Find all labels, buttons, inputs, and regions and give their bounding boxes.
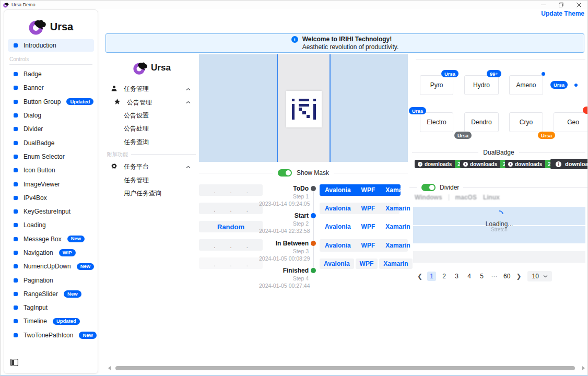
sidebar-item-enum-selector[interactable]: Enum Selector	[4, 150, 98, 163]
sidebar-item-loading[interactable]: Loading	[4, 218, 98, 232]
badge-card-hydro: Hydro	[464, 75, 499, 95]
sidebar-item-dialog[interactable]: Dialog	[4, 109, 98, 122]
page-2[interactable]: 2	[440, 272, 449, 281]
sidebar-list: Badge Banner Button GroupUpdated Dialog …	[4, 67, 98, 342]
ipv4-input[interactable]: ...	[199, 184, 263, 196]
horizontal-scrollbar[interactable]	[105, 366, 587, 371]
wpf-button[interactable]: WPF	[356, 205, 381, 212]
wpf-button[interactable]: WPF	[356, 223, 381, 230]
menu-logo: Ursa	[105, 57, 199, 78]
menu-item-announcement-processing[interactable]: 公告处理	[105, 122, 199, 135]
chevron-up-icon	[186, 166, 191, 169]
sidebar-item-timeline[interactable]: TimelineUpdated	[4, 314, 98, 328]
sidebar-item-introduction[interactable]: Introduction	[8, 39, 94, 52]
avalonia-button[interactable]: Avalonia	[320, 205, 356, 212]
page-4[interactable]: 4	[465, 272, 474, 281]
sidebar-item-keygestureinput[interactable]: KeyGestureInput	[4, 205, 98, 218]
bullet-icon	[14, 306, 18, 310]
timeline-entry: ToDo Step 1 2023-01-14 09:24:05	[259, 184, 309, 207]
next-page-icon[interactable]: ❯	[515, 273, 522, 280]
info-icon: i	[291, 36, 298, 43]
prev-page-icon[interactable]: ❮	[416, 273, 424, 280]
title-bar: Ursa.Demo	[1, 1, 587, 9]
bullet-icon	[14, 86, 18, 90]
avalonia-button[interactable]: Avalonia	[320, 223, 356, 230]
sidebar-item-divider[interactable]: Divider	[4, 122, 98, 136]
minimize-button[interactable]	[534, 1, 552, 9]
timeline-dot-todo	[311, 186, 316, 191]
placeholder-row	[413, 251, 585, 263]
platform-tabs-blurred: Windows macOS Linux	[415, 194, 500, 201]
dot-badge	[542, 72, 545, 76]
sidebar-item-ipv4box[interactable]: IPv4Box	[4, 191, 98, 205]
random-button[interactable]: Random	[199, 221, 263, 232]
page-size-select[interactable]: 10	[527, 271, 551, 281]
sidebar-item-icon-button[interactable]: Icon Button	[4, 163, 98, 177]
avalonia-button[interactable]: Avalonia	[320, 186, 356, 194]
menu-item-user-task-query[interactable]: 用户任务查询	[105, 187, 199, 200]
divider-toggle[interactable]	[421, 184, 436, 191]
update-theme-button[interactable]: Update Theme	[541, 10, 584, 17]
divider-line	[409, 187, 417, 188]
status-badge: New	[67, 236, 85, 242]
menu-item-announcement-management[interactable]: 公告管理	[105, 96, 199, 109]
ipv4-input[interactable]: ...	[199, 239, 263, 251]
sidebar-item-button-group[interactable]: Button GroupUpdated	[4, 95, 98, 109]
ursa-badge: Ursa	[441, 70, 458, 77]
info-icon: i	[463, 162, 468, 167]
chevron-down-icon	[543, 275, 548, 278]
badge-card-dendro: Dendro	[464, 112, 499, 132]
bullet-icon	[14, 237, 18, 241]
page-60[interactable]: 60	[502, 272, 511, 281]
wpf-button[interactable]: WPF	[356, 258, 378, 269]
close-button[interactable]	[570, 1, 587, 9]
sidebar-item-twotonepathicon[interactable]: TwoTonePathIconNew	[4, 328, 98, 342]
tab-linux: Linux	[483, 194, 500, 201]
ipv4box-demo: ... ... Random ... ...	[199, 184, 263, 276]
ursa-badge: Ursa	[409, 107, 426, 114]
page-1[interactable]: 1	[427, 272, 436, 281]
menu-group-extra-features: 附加功能	[105, 149, 199, 160]
menu-item-task-query[interactable]: 任务查询	[105, 136, 199, 149]
show-mask-toggle[interactable]	[278, 169, 292, 177]
avalonia-button[interactable]: Avalonia	[320, 258, 354, 269]
wpf-button[interactable]: WPF	[356, 186, 381, 194]
ursa-badge-gray: Ursa	[454, 132, 472, 139]
collapse-sidebar-icon[interactable]	[10, 359, 18, 368]
badge-card-cryo: Cryo	[509, 112, 543, 132]
sidebar-item-message-box[interactable]: Message BoxNew	[4, 232, 98, 246]
sidebar-item-badge[interactable]: Badge	[4, 67, 98, 81]
ipv4-input[interactable]: ...	[199, 203, 263, 214]
sidebar-item-numericupdown[interactable]: NumericUpDownNew	[4, 260, 98, 273]
sidebar-item-navigation[interactable]: NavigationWIP	[4, 246, 98, 260]
scrollbar-thumb[interactable]	[115, 366, 575, 370]
maximize-button[interactable]	[552, 1, 570, 9]
wpf-button[interactable]: WPF	[356, 242, 381, 249]
timeline-dot-start	[311, 213, 316, 218]
page-5[interactable]: 5	[477, 272, 486, 281]
menu-item-task-management[interactable]: 任务管理	[105, 83, 199, 96]
sidebar-item-rangeslider[interactable]: RangeSliderNew	[4, 287, 98, 301]
menu-item-announcement-settings[interactable]: 公告设置	[105, 109, 199, 122]
standalone-ursa-badge: Ursa	[550, 81, 568, 89]
welcome-banner: i Welcome to IRIHI Technology! Aesthetic…	[105, 33, 584, 53]
sidebar-item-imageviewer[interactable]: ImageViewer	[4, 177, 98, 191]
sidebar-item-dualbadge[interactable]: DualBadge	[4, 136, 98, 149]
bullet-icon	[14, 251, 18, 255]
bullet-icon	[14, 196, 18, 200]
sidebar-item-banner[interactable]: Banner	[4, 81, 98, 95]
avalonia-button[interactable]: Avalonia	[320, 242, 356, 249]
menu-item-task-management-sub[interactable]: 任务管理	[105, 173, 199, 186]
scroll-left-icon[interactable]	[108, 366, 111, 370]
person-icon	[110, 85, 117, 94]
image-viewer[interactable]	[199, 54, 408, 162]
show-mask-row: Show Mask	[199, 169, 408, 177]
app-window: Ursa.Demo Update Theme Ursa Introduction…	[0, 0, 588, 376]
sidebar-item-taginput[interactable]: TagInput	[4, 301, 98, 314]
sidebar-item-pagination[interactable]: Pagination	[4, 273, 98, 287]
page-3[interactable]: 3	[452, 272, 461, 281]
scroll-right-icon[interactable]	[582, 366, 585, 370]
bullet-icon	[14, 72, 18, 76]
masked-content-text: Stretch	[413, 227, 585, 232]
menu-item-task-platform[interactable]: 任务平台	[105, 160, 199, 173]
